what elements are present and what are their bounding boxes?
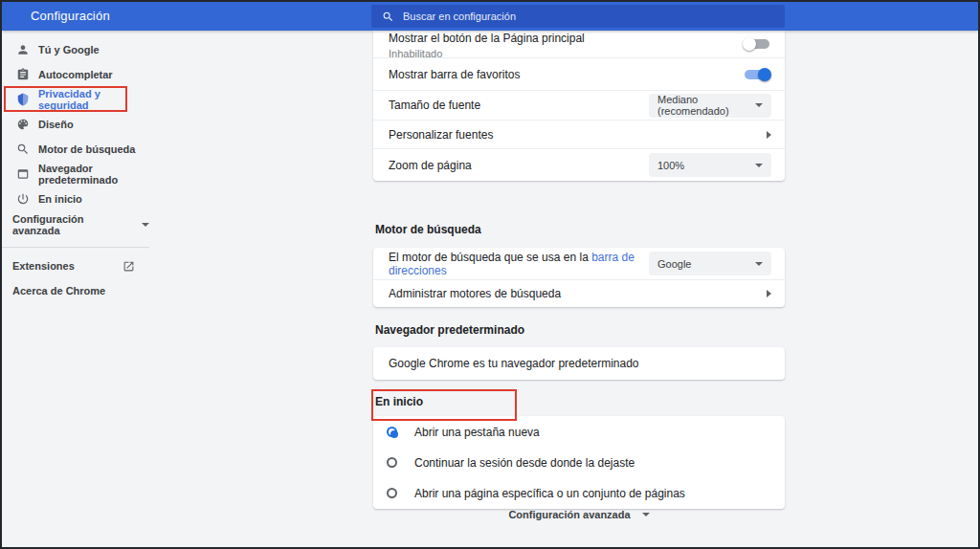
customize-fonts-row[interactable]: Personalizar fuentes [373, 120, 785, 148]
startup-option-label: Abrir una pestaña nueva [414, 426, 540, 439]
radio-unselected-icon[interactable] [387, 457, 397, 468]
sidebar-item-extensions[interactable]: Extensiones [2, 253, 149, 278]
toggle-knob [743, 37, 756, 51]
sidebar-item-autofill[interactable]: Autocompletar [2, 62, 149, 87]
appearance-card: Mostrar el botón de la Página principal … [373, 31, 785, 181]
search-engine-section-title: Motor de búsqueda [375, 223, 481, 236]
sidebar-item-privacy-security[interactable]: Privacidad y seguridad [2, 87, 149, 112]
sidebar-item-label: Navegador predeterminado [38, 163, 149, 186]
page-zoom-value: 100% [657, 160, 684, 171]
sidebar-item-label: Acerca de Chrome [12, 285, 105, 296]
browser-window-icon [16, 167, 30, 181]
sidebar-item-label: Extensiones [12, 260, 75, 272]
default-browser-section-title: Navegador predeterminado [375, 323, 524, 337]
sidebar-item-label: Motor de búsqueda [38, 143, 135, 155]
home-button-label: Mostrar el botón de la Página principal [389, 32, 585, 45]
magnifier-icon [16, 143, 30, 156]
startup-option-continue[interactable]: Continuar la sesión desde donde la dejas… [373, 448, 785, 477]
home-button-row: Mostrar el botón de la Página principal … [373, 31, 785, 57]
shield-icon [16, 93, 30, 106]
radio-selected-icon[interactable] [387, 427, 397, 437]
clipboard-icon [16, 68, 30, 81]
bookmarks-bar-toggle[interactable] [745, 70, 769, 79]
default-browser-status: Google Chrome es tu navegador predetermi… [389, 357, 639, 370]
sidebar-item-default-browser[interactable]: Navegador predeterminado [2, 162, 149, 187]
page-title: Configuración [31, 2, 110, 31]
sidebar-item-label: Privacidad y seguridad [38, 88, 149, 111]
advanced-settings-toggle[interactable]: Configuración avanzada [373, 509, 785, 520]
font-size-select[interactable]: Mediano (recomendado) [649, 94, 771, 118]
sidebar-advanced-label: Configuración avanzada [12, 213, 129, 236]
person-icon [16, 43, 30, 56]
sidebar-item-label: En inicio [38, 193, 82, 205]
sidebar-advanced-toggle[interactable]: Configuración avanzada [2, 212, 149, 237]
search-engine-row: El motor de búsqueda que se usa en la ba… [373, 248, 785, 279]
default-browser-row: Google Chrome es tu navegador predetermi… [373, 347, 785, 380]
sidebar-divider [2, 247, 149, 248]
bookmarks-bar-row: Mostrar barra de favoritos [373, 57, 785, 90]
chevron-down-icon [755, 262, 763, 266]
power-icon [16, 192, 30, 206]
toggle-knob [758, 68, 771, 81]
sidebar-item-about-chrome[interactable]: Acerca de Chrome [2, 278, 149, 303]
home-button-toggle[interactable] [745, 39, 769, 49]
startup-option-label: Continuar la sesión desde donde la dejas… [414, 456, 635, 470]
on-startup-card: Abrir una pestaña nueva Continuar la ses… [373, 416, 785, 509]
on-startup-section-title: En inicio [375, 395, 423, 408]
font-size-value: Mediano (recomendado) [657, 94, 755, 117]
external-link-icon [122, 260, 135, 273]
sidebar-item-label: Tú y Google [38, 44, 100, 55]
chevron-down-icon [755, 164, 763, 167]
font-size-row: Tamaño de fuente Mediano (recomendado) [373, 90, 785, 120]
bookmarks-bar-label: Mostrar barra de favoritos [389, 68, 520, 81]
startup-option-label: Abrir una página específica o un conjunt… [414, 487, 685, 500]
startup-option-specific-pages[interactable]: Abrir una página específica o un conjunt… [373, 477, 785, 509]
sidebar-item-search-engine[interactable]: Motor de búsqueda [2, 137, 149, 162]
search-engine-card: El motor de búsqueda que se usa en la ba… [373, 248, 785, 307]
search-engine-select[interactable]: Google [649, 252, 771, 275]
search-engine-label: El motor de búsqueda que se usa en la [389, 251, 591, 264]
advanced-settings-label: Configuración avanzada [508, 509, 630, 520]
chrome-settings-window: Configuración Buscar en configuración Tú… [0, 0, 980, 549]
customize-fonts-label: Personalizar fuentes [389, 128, 493, 142]
chevron-right-icon [767, 131, 771, 139]
settings-nav: Tú y Google Autocompletar Privacidad y s… [2, 31, 149, 303]
page-zoom-label: Zoom de página [389, 159, 472, 172]
sidebar-item-appearance[interactable]: Diseño [2, 112, 149, 137]
chevron-right-icon [767, 290, 771, 297]
sidebar-item-label: Autocompletar [38, 69, 113, 80]
search-icon [382, 11, 394, 23]
radio-unselected-icon[interactable] [387, 488, 397, 498]
default-browser-card: Google Chrome es tu navegador predetermi… [373, 347, 785, 380]
manage-search-engines-label: Administrar motores de búsqueda [389, 287, 561, 300]
sidebar-item-label: Diseño [38, 119, 74, 130]
settings-header: Configuración Buscar en configuración [2, 2, 978, 31]
page-zoom-row: Zoom de página 100% [373, 148, 785, 181]
sidebar-item-you-and-google[interactable]: Tú y Google [2, 37, 149, 62]
chevron-down-icon [755, 103, 763, 107]
search-placeholder: Buscar en configuración [403, 11, 516, 22]
page-zoom-select[interactable]: 100% [649, 153, 771, 177]
palette-icon [16, 118, 30, 131]
search-input[interactable]: Buscar en configuración [371, 5, 785, 28]
startup-option-new-tab[interactable]: Abrir una pestaña nueva [373, 416, 785, 448]
font-size-label: Tamaño de fuente [389, 99, 480, 112]
search-engine-value: Google [657, 258, 691, 270]
chevron-down-icon [642, 513, 650, 516]
chevron-down-icon [142, 223, 149, 227]
manage-search-engines-row[interactable]: Administrar motores de búsqueda [373, 279, 785, 307]
sidebar-item-on-startup[interactable]: En inicio [2, 187, 149, 211]
